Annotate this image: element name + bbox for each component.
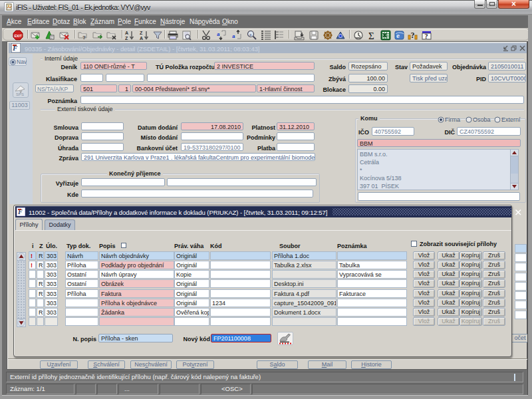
svg-text:A: A (125, 31, 128, 35)
svg-text:SPS: SPS (16, 92, 24, 96)
svg-text:?: ? (425, 33, 428, 40)
svg-text:?: ? (411, 31, 415, 40)
svg-text:?: ? (82, 35, 86, 41)
svg-text:Z: Z (125, 36, 128, 41)
svg-text:A: A (140, 36, 143, 41)
svg-text:Σ: Σ (368, 31, 374, 41)
svg-text:a: a (232, 33, 235, 39)
svg-text:a: a (217, 31, 220, 37)
svg-text:Z: Z (140, 31, 143, 35)
svg-text:EXIT: EXIT (14, 34, 22, 38)
